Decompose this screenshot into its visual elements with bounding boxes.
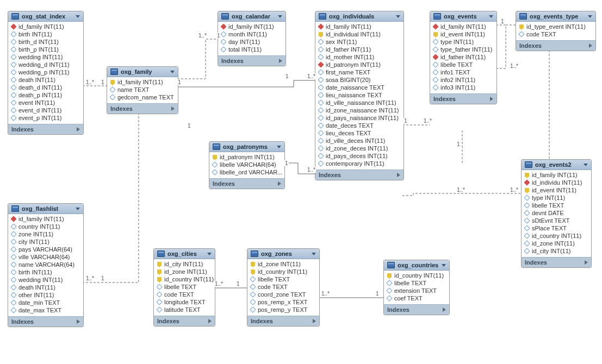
column-row[interactable]: id_family INT(11) [107, 78, 178, 86]
column-row[interactable]: id_family INT(11) [218, 23, 286, 30]
chevron-down-icon[interactable] [584, 164, 588, 166]
expand-right-icon[interactable] [279, 59, 282, 63]
chevron-down-icon[interactable] [442, 264, 446, 267]
column-row[interactable]: birth INT(11) [8, 30, 83, 38]
indexes-footer[interactable]: Indexes [247, 316, 319, 326]
column-row[interactable]: id_individual INT(11) [315, 30, 404, 38]
column-row[interactable]: contemporary INT(11) [315, 160, 404, 167]
column-row[interactable]: longitude TEXT [154, 298, 215, 306]
column-row[interactable]: death_d INT(11) [8, 84, 83, 91]
expand-right-icon[interactable] [443, 307, 446, 312]
column-row[interactable]: sDtEvnt TEXT [522, 217, 591, 224]
column-row[interactable]: libelle TEXT [154, 283, 215, 291]
expand-right-icon[interactable] [171, 106, 175, 111]
column-row[interactable]: id_family INT(11) [8, 215, 83, 223]
expand-right-icon[interactable] [313, 319, 316, 323]
entity-oxg-family[interactable]: oxg_familyid_family INT(11)name TEXTgedc… [107, 66, 178, 114]
column-row[interactable]: id_individu INT(11) [522, 179, 591, 186]
chevron-down-icon[interactable] [312, 253, 316, 255]
entity-oxg-flashlist[interactable]: oxg_flashlistid_family INT(11)country IN… [8, 203, 84, 327]
column-row[interactable]: code TEXT [154, 291, 215, 298]
column-row[interactable]: death INT(11) [8, 76, 83, 84]
indexes-footer[interactable]: Indexes [8, 316, 83, 327]
column-row[interactable]: type INT(11) [430, 38, 497, 46]
column-row[interactable]: id_family INT(11) [430, 23, 497, 30]
column-row[interactable]: event_d INT(11) [8, 106, 83, 114]
column-row[interactable]: devnt DATE [522, 209, 591, 217]
column-row[interactable]: id_mother INT(11) [315, 53, 404, 61]
chevron-down-icon[interactable] [396, 15, 400, 18]
column-row[interactable]: id_pays_deces INT(11) [315, 152, 404, 160]
column-row[interactable]: id_country INT(11) [522, 232, 591, 240]
expand-right-icon[interactable] [208, 319, 212, 323]
column-row[interactable]: wedding INT(11) [8, 53, 83, 61]
column-row[interactable]: lieu_naissance TEXT [315, 91, 404, 99]
column-row[interactable]: id_country INT(11) [154, 275, 215, 283]
entity-oxg-events2[interactable]: oxg_events2id_family INT(11)id_individu … [521, 159, 592, 268]
column-row[interactable]: libelle TEXT [522, 202, 591, 209]
column-row[interactable]: id_event INT(11) [522, 186, 591, 194]
expand-right-icon[interactable] [77, 127, 80, 131]
column-row[interactable]: birth INT(11) [8, 268, 83, 276]
indexes-footer[interactable]: Indexes [315, 170, 404, 180]
column-row[interactable]: lieu_deces TEXT [315, 129, 404, 137]
column-row[interactable]: id_family INT(11) [315, 23, 404, 30]
column-row[interactable]: id_type_event INT(11) [516, 23, 595, 30]
column-row[interactable]: id_patronym INT(11) [209, 153, 284, 161]
entity-header[interactable]: oxg_events2 [522, 160, 591, 170]
column-row[interactable]: id_family INT(11) [8, 23, 83, 30]
column-row[interactable]: sex INT(11) [315, 38, 404, 46]
entity-oxg-stat-index[interactable]: oxg_stat_indexid_family INT(11)birth INT… [8, 11, 84, 135]
entity-header[interactable]: oxg_flashlist [8, 204, 83, 214]
column-row[interactable]: info1 TEXT [430, 68, 497, 76]
column-row[interactable]: event_p INT(11) [8, 114, 83, 122]
indexes-footer[interactable]: Indexes [384, 304, 449, 315]
entity-oxg-cities[interactable]: oxg_citiesid_city INT(11)id_zone INT(11)… [153, 248, 215, 327]
entity-header[interactable]: oxg_cities [154, 249, 215, 259]
expand-right-icon[interactable] [589, 43, 592, 48]
column-row[interactable]: pays VARCHAR(64) [8, 246, 83, 253]
column-row[interactable]: name VARCHAR(64) [8, 261, 83, 268]
column-row[interactable]: city INT(11) [8, 238, 83, 246]
column-row[interactable]: id_country INT(11) [384, 272, 449, 279]
expand-right-icon[interactable] [77, 319, 80, 324]
column-row[interactable]: zone INT(11) [8, 230, 83, 238]
entity-header[interactable]: oxg_individuals [315, 11, 404, 22]
column-row[interactable]: libelle TEXT [384, 279, 449, 287]
column-row[interactable]: coord_zone TEXT [247, 291, 319, 298]
column-row[interactable]: id_zone_deces INT(11) [315, 145, 404, 152]
entity-header[interactable]: oxg_countries [384, 260, 449, 271]
indexes-footer[interactable]: Indexes [218, 55, 286, 66]
entity-oxg-zones[interactable]: oxg_zonesid_zone INT(11)id_country INT(1… [247, 248, 320, 327]
column-row[interactable]: info2 INT(11) [430, 76, 497, 84]
column-row[interactable]: wedding_d INT(11) [8, 61, 83, 68]
column-row[interactable]: type_father INT(11) [430, 46, 497, 53]
column-row[interactable]: id_patronym INT(11) [315, 61, 404, 68]
entity-header[interactable]: oxg_stat_index [8, 11, 83, 22]
column-row[interactable]: libelle TEXT [247, 275, 319, 283]
column-row[interactable]: code TEXT [516, 30, 595, 38]
entity-header[interactable]: oxg_calandar [218, 11, 286, 22]
indexes-footer[interactable]: Indexes [107, 103, 178, 114]
column-row[interactable]: info3 INT(11) [430, 84, 497, 91]
column-row[interactable]: id_father INT(11) [315, 46, 404, 53]
expand-right-icon[interactable] [490, 97, 493, 101]
column-row[interactable]: coef TEXT [384, 294, 449, 302]
entity-header[interactable]: oxg_patronyms [209, 142, 284, 152]
column-row[interactable]: wedding INT(11) [8, 276, 83, 284]
column-row[interactable]: date_naissance TEXT [315, 84, 404, 91]
entity-oxg-countries[interactable]: oxg_countriesid_country INT(11)libelle T… [383, 260, 450, 315]
column-row[interactable]: date_deces TEXT [315, 122, 404, 129]
entity-header[interactable]: oxg_family [107, 67, 178, 77]
column-row[interactable]: other INT(11) [8, 291, 83, 299]
column-row[interactable]: gedcom_name TEXT [107, 93, 178, 101]
chevron-down-icon[interactable] [588, 15, 592, 18]
column-row[interactable]: code TEXT [247, 283, 319, 291]
chevron-down-icon[interactable] [207, 253, 212, 255]
entity-oxg-events-type[interactable]: oxg_events_typeid_type_event INT(11)code… [516, 11, 596, 51]
column-row[interactable]: total INT(11) [218, 46, 286, 53]
column-row[interactable]: id_pays_naissance INT(11) [315, 114, 404, 122]
column-row[interactable]: event INT(11) [8, 99, 83, 106]
chevron-down-icon[interactable] [76, 15, 80, 18]
column-row[interactable]: latitude TEXT [154, 306, 215, 313]
